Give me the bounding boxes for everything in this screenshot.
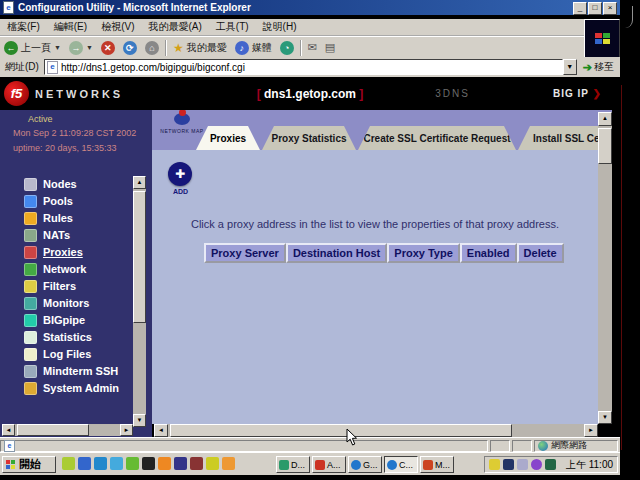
menu-file[interactable]: 檔案(F) [0,20,47,34]
column-header-proxy-type[interactable]: Proxy Type [387,243,460,263]
bigip-chevron-icon: ❯ [593,88,602,99]
taskbar-clock[interactable]: 上午 11:00 [566,458,613,472]
quicklaunch-icon[interactable] [110,457,123,470]
tab-proxy-statistics[interactable]: Proxy Statistics [262,126,356,150]
taskbar-window-button[interactable]: A... [312,456,346,473]
scrollbar-thumb[interactable] [598,128,612,164]
ie-throbber [584,19,620,58]
scroll-down-icon[interactable]: ▼ [598,411,612,424]
proxy-table-header-row: Proxy Server Destination Host Proxy Type… [204,243,564,263]
window-titlebar[interactable]: e Configuration Utility - Microsoft Inte… [0,0,620,15]
quicklaunch-icon[interactable] [206,457,219,470]
quicklaunch-icon[interactable] [190,457,203,470]
sidebar-item-filters[interactable]: Filters [24,280,119,292]
sidebar-item-mindterm-ssh[interactable]: Mindterm SSH [24,365,119,377]
taskbar-window-button[interactable]: M... [420,456,454,473]
quicklaunch-icon[interactable] [126,457,139,470]
home-button[interactable]: ⌂ [141,38,163,57]
column-header-enabled[interactable]: Enabled [460,243,517,263]
quicklaunch-icon[interactable] [142,457,155,470]
back-button[interactable]: ← 上一頁 ▼ [0,38,65,57]
scroll-up-icon[interactable]: ▲ [133,176,146,189]
print-button[interactable]: ▤ [321,38,339,57]
address-dropdown-icon[interactable]: ▼ [563,59,577,75]
start-button[interactable]: 開始 [2,456,56,473]
scroll-down-icon[interactable]: ▼ [133,414,146,427]
scroll-left-icon[interactable]: ◄ [2,424,15,436]
column-header-delete[interactable]: Delete [517,243,564,263]
taskbar-window-button[interactable]: G... [348,456,382,473]
menu-view[interactable]: 檢視(V) [94,20,141,34]
menu-edit[interactable]: 編輯(E) [47,20,94,34]
refresh-button[interactable]: ⟳ [119,38,141,57]
main-vertical-scrollbar[interactable]: ▲ ▼ [598,112,612,424]
add-proxy-button[interactable]: ✚ [168,162,192,186]
add-button-label: ADD [173,188,188,195]
favorites-button[interactable]: ★ 我的最愛 [169,38,231,57]
plus-icon: ✚ [175,167,185,181]
taskbar-window-button[interactable]: D... [276,456,310,473]
sidebar-item-nats[interactable]: NATs [24,229,119,241]
quicklaunch-icon[interactable] [174,457,187,470]
scrollbar-thumb[interactable] [133,191,146,323]
volume-icon[interactable] [489,459,500,470]
quicklaunch-icon[interactable] [78,457,91,470]
column-header-destination-host[interactable]: Destination Host [286,243,387,263]
menu-tools[interactable]: 工具(T) [209,20,256,34]
column-header-proxy-server[interactable]: Proxy Server [204,243,286,263]
document-icon: e [4,440,15,452]
video-artifact-arc [624,6,633,28]
forward-dropdown-icon[interactable]: ▼ [86,44,93,51]
ime-indicator-icon[interactable] [503,459,514,470]
forward-icon: → [69,41,83,55]
scroll-up-icon[interactable]: ▲ [598,112,612,126]
maximize-button[interactable]: □ [588,2,602,15]
scroll-right-icon[interactable]: ► [120,424,133,436]
sidebar-horizontal-scrollbar[interactable]: ◄ ► [2,424,133,436]
sidebar-item-rules[interactable]: Rules [24,212,119,224]
tab-create-ssl-certificate-request[interactable]: Create SSL Certificate Request [358,126,516,150]
sidebar-item-system-admin[interactable]: System Admin [24,382,119,394]
menu-favorites[interactable]: 我的最愛(A) [141,20,208,34]
sidebar-vertical-scrollbar[interactable]: ▲ ▼ [133,176,146,426]
taskbar-window-button-active[interactable]: C... [384,456,418,473]
scroll-right-icon[interactable]: ► [584,424,598,437]
sidebar-item-log-files[interactable]: Log Files [24,348,119,360]
quicklaunch-icon[interactable] [158,457,171,470]
mail-button[interactable]: ✉ [304,38,321,57]
history-button[interactable]: ◔ [276,38,298,57]
app-icon [315,460,325,470]
quicklaunch-icon[interactable] [222,457,235,470]
filters-icon [24,280,37,293]
network-map-button[interactable]: NETWORK MAP [160,113,204,134]
go-button[interactable]: ➔ 移至 [577,60,620,74]
quicklaunch-icon[interactable] [62,457,75,470]
main-horizontal-scrollbar[interactable]: ◄ ► [154,424,598,437]
sidebar-item-pools[interactable]: Pools [24,195,119,207]
minimize-button[interactable]: _ [573,2,587,15]
quicklaunch-icon[interactable] [94,457,107,470]
refresh-icon: ⟳ [123,41,137,55]
tray-app-icon[interactable] [517,459,528,470]
sidebar-item-statistics[interactable]: Statistics [24,331,119,343]
forward-button[interactable]: → ▼ [65,38,97,57]
close-button[interactable]: × [603,2,617,15]
scroll-left-icon[interactable]: ◄ [154,424,168,437]
tray-app-icon[interactable] [545,459,556,470]
back-dropdown-icon[interactable]: ▼ [54,44,61,51]
address-input[interactable]: e http://dns1.getop.com/bigipgui/bigconf… [44,59,563,75]
sidebar-item-nodes[interactable]: Nodes [24,178,119,190]
scrollbar-thumb[interactable] [17,424,89,436]
menu-help[interactable]: 說明(H) [256,20,304,34]
tab-proxies[interactable]: Proxies [196,126,260,150]
media-button[interactable]: ♪ 媒體 [231,38,276,57]
sidebar-item-network[interactable]: Network [24,263,119,275]
status-pane [512,440,532,452]
sidebar-item-bigpipe[interactable]: BIGpipe [24,314,119,326]
sidebar-item-monitors[interactable]: Monitors [24,297,119,309]
tray-app-icon[interactable] [531,459,542,470]
stop-button[interactable]: ✕ [97,38,119,57]
scrollbar-thumb[interactable] [170,424,512,437]
go-arrow-icon: ➔ [583,61,592,74]
sidebar-item-proxies[interactable]: Proxies [24,246,119,258]
